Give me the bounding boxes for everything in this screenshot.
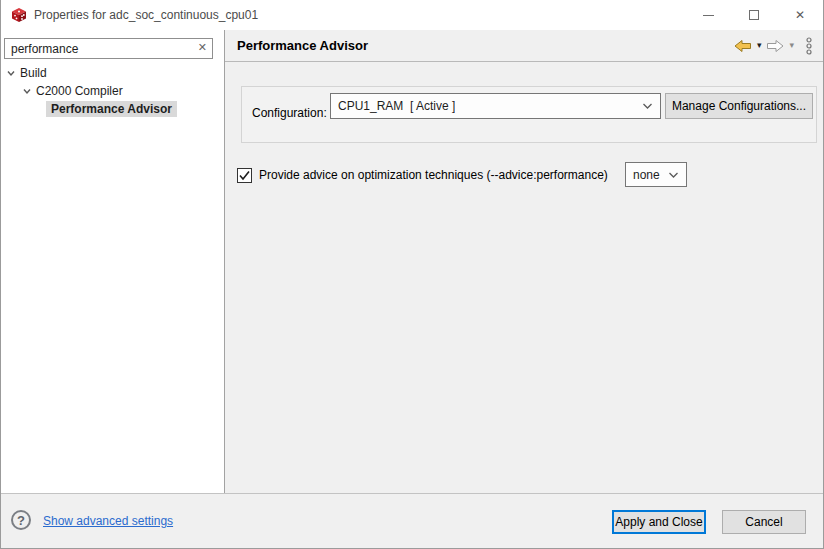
configuration-group: Configuration: CPU1_RAM [ Active ] Manag… [241, 86, 817, 143]
back-arrow-icon[interactable] [734, 39, 752, 53]
chevron-down-icon[interactable] [22, 86, 32, 96]
apply-and-close-button[interactable]: Apply and Close [612, 510, 706, 534]
sidebar: ✕ Build C2000 Compiler Performance Advis… [1, 30, 224, 493]
header-toolbar: ▾ ▾ [734, 37, 813, 55]
filter-field: ✕ [4, 38, 213, 59]
view-menu-icon[interactable] [805, 37, 813, 55]
cancel-button[interactable]: Cancel [722, 510, 806, 534]
chevron-down-icon[interactable] [6, 68, 16, 78]
app-icon [11, 7, 27, 23]
forward-history-dropdown-icon[interactable]: ▾ [789, 41, 794, 50]
back-history-dropdown-icon[interactable]: ▾ [757, 41, 762, 50]
tree-item-build[interactable]: Build [1, 64, 224, 82]
show-advanced-settings-link[interactable]: Show advanced settings [43, 514, 173, 528]
filter-input[interactable] [4, 38, 213, 59]
configuration-select[interactable]: CPU1_RAM [ Active ] [330, 93, 661, 119]
dialog-footer: ? Show advanced settings Apply and Close… [1, 493, 823, 548]
help-icon[interactable]: ? [11, 510, 31, 530]
configuration-label: Configuration: [252, 106, 327, 120]
title-bar: Properties for adc_soc_continuous_cpu01 … [1, 0, 823, 30]
caption-buttons: ✕ [685, 0, 823, 30]
maximize-icon [749, 10, 759, 20]
settings-content: Configuration: CPU1_RAM [ Active ] Manag… [225, 63, 823, 493]
page-title: Performance Advisor [237, 38, 368, 53]
maximize-button[interactable] [731, 0, 777, 30]
advice-checkbox[interactable] [237, 168, 252, 183]
advice-option-row: Provide advice on optimization technique… [237, 162, 817, 188]
tree-item-performance-advisor[interactable]: Performance Advisor [1, 100, 224, 118]
close-button[interactable]: ✕ [777, 0, 823, 30]
clear-filter-icon[interactable]: ✕ [198, 41, 207, 54]
properties-tree: Build C2000 Compiler Performance Advisor [1, 64, 224, 118]
tree-item-label-selected: Performance Advisor [46, 101, 177, 117]
tree-item-c2000-compiler[interactable]: C2000 Compiler [1, 82, 224, 100]
minimize-icon [703, 15, 714, 16]
main-panel: Performance Advisor ▾ ▾ [225, 30, 823, 493]
advice-level-select[interactable]: none [625, 162, 687, 187]
advice-checkbox-label: Provide advice on optimization technique… [259, 168, 608, 182]
chevron-down-icon [668, 171, 679, 179]
page-header: Performance Advisor ▾ ▾ [225, 30, 823, 62]
minimize-button[interactable] [685, 0, 731, 30]
chevron-down-icon [642, 102, 653, 110]
manage-configurations-button[interactable]: Manage Configurations... [665, 93, 813, 119]
tree-item-label: C2000 Compiler [36, 84, 123, 98]
forward-arrow-icon[interactable] [766, 39, 784, 53]
window-title: Properties for adc_soc_continuous_cpu01 [34, 8, 258, 22]
configuration-value: CPU1_RAM [ Active ] [331, 99, 455, 113]
close-icon: ✕ [795, 9, 805, 21]
advice-level-value: none [626, 168, 660, 182]
properties-dialog: Properties for adc_soc_continuous_cpu01 … [0, 0, 824, 549]
tree-item-label: Build [20, 66, 47, 80]
